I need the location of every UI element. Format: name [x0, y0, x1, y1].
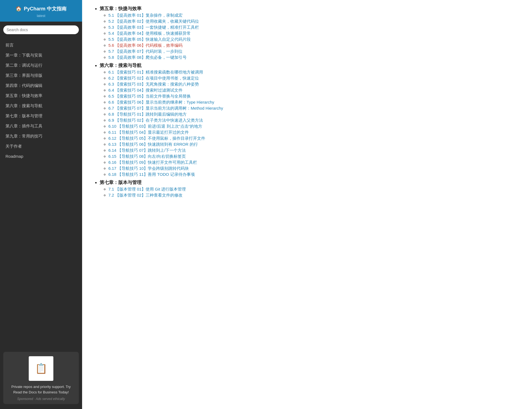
toc-link[interactable]: 6.12 【导航技巧 05】不使用鼠标，操作目录打开文件 — [108, 136, 205, 141]
toc-link[interactable]: 6.10 【导航技巧 03】前进/后退 到上次"点击"的地方 — [108, 124, 202, 128]
toc-link[interactable]: 5.8 【提高效率 08】爬虫必备，一键加引号 — [108, 55, 187, 60]
nav-item[interactable]: 第五章：快捷与效率 — [0, 91, 82, 101]
nav-link[interactable]: 第四章：代码的编辑 — [0, 81, 82, 91]
toc-section: 第七章：版本与管理7.1 【版本管理 01】使用 Git 进行版本管理7.2 【… — [100, 179, 519, 198]
toc-link[interactable]: 5.4 【提高效率 04】使用模板，快速捕获异常 — [108, 31, 191, 36]
toc-link[interactable]: 6.11 【导航技巧 04】显示最近打开过的文件 — [108, 130, 189, 135]
ad-text: Private repos and priority support. Try … — [7, 384, 75, 395]
nav-link[interactable]: 第三章：界面与排版 — [0, 71, 82, 81]
toc-section-label: 第七章：版本与管理 — [100, 180, 141, 185]
toc-item[interactable]: 6.11 【导航技巧 04】显示最近打开过的文件 — [108, 130, 519, 135]
toc-item[interactable]: 7.1 【版本管理 01】使用 Git 进行版本管理 — [108, 187, 519, 192]
toc-link[interactable]: 6.13 【导航技巧 06】快速跳转到有 ERROR 的行 — [108, 142, 198, 147]
search-input[interactable] — [3, 25, 79, 34]
home-icon: 🏠 — [16, 6, 22, 12]
toc-link[interactable]: 7.1 【版本管理 01】使用 Git 进行版本管理 — [108, 187, 186, 191]
nav-item[interactable]: 第二章：调试与运行 — [0, 60, 82, 71]
nav-item[interactable]: 第八章：插件与工具 — [0, 121, 82, 131]
nav-item[interactable]: 关于作者 — [0, 141, 82, 151]
toc-link[interactable]: 6.4 【搜索技巧 04】搜索时过滤测试文件 — [108, 88, 183, 92]
nav-item[interactable]: 第三章：界面与排版 — [0, 71, 82, 81]
toc-item[interactable]: 6.18 【导航技巧 11】善用 TODO 记录待办事项 — [108, 172, 519, 177]
toc-link[interactable]: 5.7 【提高效率 07】代码封装，一步到位 — [108, 49, 183, 54]
toc-item[interactable]: 6.5 【搜索技巧 05】当前文件替换与全局替换 — [108, 94, 519, 99]
toc-link[interactable]: 5.6 【提高效率 06】代码模板，效率编码 — [108, 43, 183, 48]
nav-item[interactable]: 第一章：下载与安装 — [0, 50, 82, 60]
toc-link[interactable]: 6.5 【搜索技巧 05】当前文件替换与全局替换 — [108, 94, 191, 98]
toc-section-label: 第六章：搜索与导航 — [100, 63, 141, 68]
toc-item[interactable]: 5.5 【提高效率 05】快速输入自定义代码片段 — [108, 37, 519, 42]
toc-item[interactable]: 5.3 【提高效率 03】一套快捷键，精准打开工具栏 — [108, 25, 519, 30]
toc-link[interactable]: 6.3 【搜索技巧 03】无死角搜索：搜索的八种姿势 — [108, 82, 199, 86]
nav-item[interactable]: 第六章：搜索与导航 — [0, 101, 82, 111]
toc-item[interactable]: 6.17 【导航技巧 10】学会跨级别跳转代码块 — [108, 166, 519, 171]
toc-link[interactable]: 6.15 【导航技巧 08】向左/向右切换标签页 — [108, 154, 186, 159]
toc-item[interactable]: 6.10 【导航技巧 03】前进/后退 到上次"点击"的地方 — [108, 124, 519, 129]
toc-link[interactable]: 6.7 【搜索技巧 07】显示当前方法的调用树：Method Hierarchy — [108, 106, 223, 110]
toc-link[interactable]: 5.1 【提高效率 01】复杂操作，录制成宏 — [108, 13, 183, 17]
toc-item[interactable]: 5.7 【提高效率 07】代码封装，一步到位 — [108, 49, 519, 54]
toc-link[interactable]: 5.2 【提高效率 02】使用收藏夹，收藏关键代码位 — [108, 19, 199, 24]
nav-link[interactable]: 第九章：常用的技巧 — [0, 131, 82, 141]
nav-link[interactable]: 第二章：调试与运行 — [0, 60, 82, 71]
toc-item[interactable]: 6.2 【搜索技巧 02】在项目中使用书签，快速定位 — [108, 76, 519, 81]
toc-item[interactable]: 6.4 【搜索技巧 04】搜索时过滤测试文件 — [108, 88, 519, 93]
toc-item[interactable]: 6.14 【导航技巧 07】跳转到上/下一个方法 — [108, 148, 519, 153]
toc-link[interactable]: 6.14 【导航技巧 07】跳转到上/下一个方法 — [108, 148, 186, 153]
nav-link[interactable]: 第七章：版本与管理 — [0, 111, 82, 121]
toc-section-label: 第五章：快捷与效率 — [100, 6, 141, 11]
ad-image: 📋 — [29, 356, 53, 381]
toc-item[interactable]: 6.12 【导航技巧 05】不使用鼠标，操作目录打开文件 — [108, 136, 519, 141]
ad-sponsored: Sponsored · Ads served ethically — [7, 397, 75, 401]
nav-link[interactable]: Roadmap — [0, 151, 82, 161]
toc-link[interactable]: 6.2 【搜索技巧 02】在项目中使用书签，快速定位 — [108, 76, 199, 80]
toc-item[interactable]: 5.6 【提高效率 06】代码模板，效率编码 — [108, 43, 519, 48]
nav-link[interactable]: 第五章：快捷与效率 — [0, 91, 82, 101]
toc-item[interactable]: 6.1 【搜索技巧 01】精准搜索函数在哪些地方被调用 — [108, 70, 519, 75]
toc-item[interactable]: 6.8 【导航技巧 01】跳转到最后编辑的地方 — [108, 112, 519, 117]
toc-link[interactable]: 6.18 【导航技巧 11】善用 TODO 记录待办事项 — [108, 172, 195, 177]
toc-section: 第六章：搜索与导航6.1 【搜索技巧 01】精准搜索函数在哪些地方被调用6.2 … — [100, 62, 519, 177]
nav-item[interactable]: 第九章：常用的技巧 — [0, 131, 82, 141]
toc-item[interactable]: 5.2 【提高效率 02】使用收藏夹，收藏关键代码位 — [108, 19, 519, 24]
toc-link[interactable]: 7.2 【版本管理 02】三种查看文件的修改 — [108, 193, 183, 197]
toc-link[interactable]: 6.16 【导航技巧 09】快速打开文件可用的工具栏 — [108, 160, 197, 165]
toc-item[interactable]: 5.8 【提高效率 08】爬虫必备，一键加引号 — [108, 55, 519, 60]
nav-item[interactable]: 第四章：代码的编辑 — [0, 81, 82, 91]
sidebar-title: PyCharm 中文指南 — [24, 5, 66, 12]
nav-link[interactable]: 前言 — [0, 40, 82, 50]
toc-item[interactable]: 6.9 【导航技巧 02】在子类方法中快速进入父类方法 — [108, 118, 519, 123]
nav-link[interactable]: 关于作者 — [0, 141, 82, 151]
toc-subsection-list: 5.1 【提高效率 01】复杂操作，录制成宏5.2 【提高效率 02】使用收藏夹… — [100, 13, 519, 60]
nav-item[interactable]: 前言 — [0, 40, 82, 50]
toc-link[interactable]: 5.5 【提高效率 05】快速输入自定义代码片段 — [108, 37, 191, 42]
toc-section: 第五章：快捷与效率5.1 【提高效率 01】复杂操作，录制成宏5.2 【提高效率… — [100, 5, 519, 60]
nav-link[interactable]: 第八章：插件与工具 — [0, 121, 82, 131]
nav-item[interactable]: Roadmap — [0, 151, 82, 161]
toc-item[interactable]: 6.16 【导航技巧 09】快速打开文件可用的工具栏 — [108, 160, 519, 165]
nav-list: 前言第一章：下载与安装第二章：调试与运行第三章：界面与排版第四章：代码的编辑第五… — [0, 38, 82, 348]
sidebar-logo-row: 🏠 PyCharm 中文指南 — [4, 5, 78, 12]
sidebar-ad: 📋 Private repos and priority support. Tr… — [3, 352, 79, 404]
toc-link[interactable]: 6.8 【导航技巧 01】跳转到最后编辑的地方 — [108, 112, 187, 116]
toc-item[interactable]: 6.6 【搜索技巧 06】显示当前类的继承树：Type Hierarchy — [108, 100, 519, 105]
nav-link[interactable]: 第六章：搜索与导航 — [0, 101, 82, 111]
main-content: 第五章：快捷与效率5.1 【提高效率 01】复杂操作，录制成宏5.2 【提高效率… — [82, 0, 532, 409]
search-container — [0, 22, 82, 38]
nav-link[interactable]: 第一章：下载与安装 — [0, 50, 82, 60]
sidebar-header: 🏠 PyCharm 中文指南 latest — [0, 0, 82, 22]
toc-item[interactable]: 6.3 【搜索技巧 03】无死角搜索：搜索的八种姿势 — [108, 82, 519, 87]
toc-link[interactable]: 6.9 【导航技巧 02】在子类方法中快速进入父类方法 — [108, 118, 203, 122]
toc-link[interactable]: 6.1 【搜索技巧 01】精准搜索函数在哪些地方被调用 — [108, 70, 203, 74]
toc-item[interactable]: 6.15 【导航技巧 08】向左/向右切换标签页 — [108, 154, 519, 159]
nav-item[interactable]: 第七章：版本与管理 — [0, 111, 82, 121]
toc-link[interactable]: 6.17 【导航技巧 10】学会跨级别跳转代码块 — [108, 166, 189, 171]
toc-link[interactable]: 6.6 【搜索技巧 06】显示当前类的继承树：Type Hierarchy — [108, 100, 214, 104]
toc-link[interactable]: 5.3 【提高效率 03】一套快捷键，精准打开工具栏 — [108, 25, 199, 30]
toc-item[interactable]: 5.4 【提高效率 04】使用模板，快速捕获异常 — [108, 31, 519, 36]
sidebar-version: latest — [4, 14, 78, 18]
toc-item[interactable]: 7.2 【版本管理 02】三种查看文件的修改 — [108, 193, 519, 198]
toc-item[interactable]: 5.1 【提高效率 01】复杂操作，录制成宏 — [108, 13, 519, 18]
toc-item[interactable]: 6.13 【导航技巧 06】快速跳转到有 ERROR 的行 — [108, 142, 519, 147]
toc-item[interactable]: 6.7 【搜索技巧 07】显示当前方法的调用树：Method Hierarchy — [108, 106, 519, 111]
